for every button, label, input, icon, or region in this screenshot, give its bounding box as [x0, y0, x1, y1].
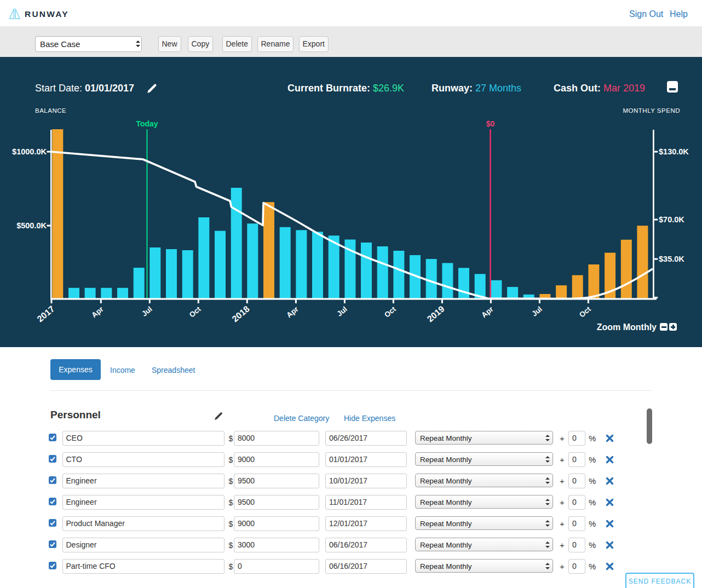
svg-text:Oct: Oct: [383, 304, 398, 319]
svg-text:Apr: Apr: [90, 304, 105, 319]
svg-text:$130.0K: $130.0K: [659, 147, 689, 156]
svg-text:2017: 2017: [36, 304, 56, 324]
svg-text:Oct: Oct: [578, 304, 592, 319]
svg-text:$70.0K: $70.0K: [659, 215, 684, 224]
svg-text:$35.0K: $35.0K: [659, 255, 684, 263]
svg-text:Jul: Jul: [335, 305, 349, 318]
svg-text:Apr: Apr: [285, 304, 300, 319]
svg-text:$1000.0K: $1000.0K: [12, 147, 47, 156]
svg-text:2019: 2019: [425, 304, 446, 324]
svg-text:2018: 2018: [231, 304, 251, 324]
svg-text:$500.0K: $500.0K: [16, 221, 47, 230]
svg-text:Oct: Oct: [188, 304, 203, 319]
svg-text:Jul: Jul: [140, 305, 154, 318]
svg-text:Apr: Apr: [480, 304, 495, 319]
svg-text:Jul: Jul: [530, 305, 544, 318]
svg-text:$0: $0: [486, 119, 495, 128]
svg-text:Today: Today: [136, 119, 158, 128]
